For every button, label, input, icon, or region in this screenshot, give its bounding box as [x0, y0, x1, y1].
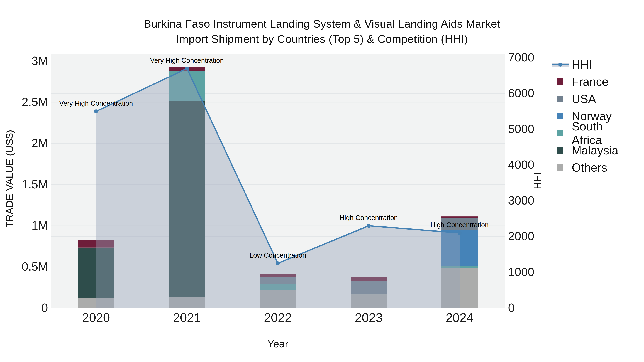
y-left-tick-1.5M: 1.5M [0, 178, 48, 191]
x-tick-2023: 2023 [355, 311, 383, 325]
y-left-tick-1M: 1M [0, 219, 48, 232]
legend-label: Others [572, 161, 607, 174]
legend-swatch-icon [557, 164, 563, 171]
legend-item-hhi[interactable]: HHI [552, 58, 592, 71]
legend-item-usa[interactable]: USA [552, 92, 596, 106]
x-tick-2022: 2022 [264, 311, 292, 325]
x-axis-title: Year [267, 338, 288, 350]
chart-title-line-2: Import Shipment by Countries (Top 5) & C… [176, 32, 468, 45]
y-left-tick-2.5M: 2.5M [0, 95, 48, 109]
legend-swatch-icon [557, 130, 563, 136]
y-right-tick-6000: 6000 [508, 86, 534, 100]
y-left-tick-0: 0 [0, 301, 48, 315]
annotation-2022: Low Concentration [250, 252, 306, 259]
legend-swatch-icon [557, 147, 563, 154]
y-right-tick-3000: 3000 [508, 194, 534, 207]
x-tick-2020: 2020 [82, 311, 110, 325]
legend-label: France [572, 75, 608, 88]
y-right-tick-1000: 1000 [508, 265, 534, 279]
legend-label: South Africa [572, 120, 602, 147]
x-tick-2021: 2021 [173, 311, 201, 325]
legend-item-malaysia[interactable]: Malaysia [552, 144, 618, 157]
y-right-tick-7000: 7000 [508, 51, 534, 64]
annotation-2023: High Concentration [340, 214, 398, 222]
y-right-tick-2000: 2000 [508, 229, 534, 243]
y-right-tick-4000: 4000 [508, 158, 534, 171]
annotation-2024: High Concentration [430, 221, 488, 229]
legend-item-south-africa[interactable]: South Africa [552, 120, 602, 147]
legend-swatch-icon [557, 78, 563, 85]
y-right-axis-title: HHI [532, 172, 543, 189]
hhi-point-2020[interactable] [94, 109, 98, 113]
legend-item-france[interactable]: France [552, 75, 608, 88]
hhi-point-2021[interactable] [185, 66, 189, 70]
y-right-tick-5000: 5000 [508, 122, 534, 136]
legend-swatch-icon [557, 113, 563, 119]
bar-segment-france-2024[interactable] [442, 217, 478, 218]
legend-label: HHI [572, 58, 592, 71]
y-left-tick-0.5M: 0.5M [0, 260, 48, 273]
legend-label: USA [572, 92, 596, 106]
y-left-tick-3M: 3M [0, 54, 48, 68]
hhi-legend-swatch-icon [552, 61, 569, 68]
legend-label: Malaysia [572, 144, 618, 157]
y-right-tick-0: 0 [508, 301, 515, 315]
figure: Burkina Faso Instrument Landing System &… [0, 0, 644, 362]
chart-title-line-1: Burkina Faso Instrument Landing System &… [144, 17, 500, 30]
legend-item-others[interactable]: Others [552, 161, 607, 174]
x-tick-2024: 2024 [446, 311, 474, 325]
hhi-point-2022[interactable] [276, 261, 280, 265]
y-left-tick-2M: 2M [0, 136, 48, 150]
annotation-2020: Very High Concentration [59, 100, 133, 107]
hhi-point-2024[interactable] [458, 231, 462, 235]
chart-canvas [0, 0, 644, 362]
annotation-2021: Very High Concentration [150, 57, 224, 64]
legend-swatch-icon [557, 96, 563, 102]
hhi-point-2023[interactable] [367, 224, 371, 228]
